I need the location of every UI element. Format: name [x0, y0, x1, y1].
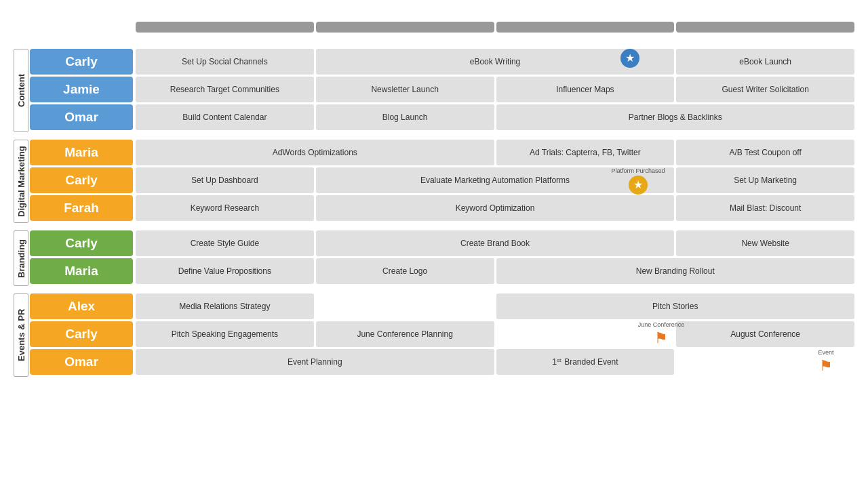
task-span-0-2-2: Partner Blogs & Backlinks	[496, 104, 855, 130]
page: ContentCarlySet Up Social ChannelseBook …	[0, 0, 868, 488]
cell-1-1-0: Set Up Dashboard	[136, 167, 314, 193]
name-badge-3-2: Omar	[30, 349, 133, 375]
tasks-grid-1-1: Set Up DashboardSet Up MarketingEvaluate…	[136, 167, 854, 193]
section-label-2: Branding	[14, 230, 28, 286]
cell-1-2-0: Keyword Research	[136, 195, 314, 221]
name-badge-0-1: Jamie	[30, 77, 133, 102]
person-row-3-0: AlexMedia Relations StrategyPitch Storie…	[30, 293, 854, 319]
milestone-3-1: June Conference⚑	[638, 321, 685, 347]
cell-0-0-0: Set Up Social Channels	[136, 49, 314, 75]
person-row-3-1: CarlyPitch Speaking EngagementsJune Conf…	[30, 321, 854, 347]
cell-3-2-2: 1ˢᵗ Branded Event	[496, 349, 675, 375]
task-span-2-0-1: Create Brand Book	[316, 230, 675, 256]
name-badge-2-1: Maria	[30, 258, 133, 284]
quarter-headers	[136, 22, 854, 33]
person-row-1-0: MariaAd Trials: Capterra, FB, TwitterA/B…	[30, 140, 854, 165]
person-row-2-0: CarlyCreate Style GuideNew WebsiteCreate…	[30, 230, 854, 256]
tasks-grid-0-0: Set Up Social ChannelseBook LauncheBook …	[136, 49, 854, 75]
cell-0-1-0: Research Target Communities	[136, 77, 314, 102]
tasks-grid-3-0: Media Relations StrategyPitch Stories	[136, 293, 854, 319]
section-label-3: Events & PR	[14, 293, 28, 377]
name-badge-3-0: Alex	[30, 293, 133, 319]
milestone-icon-3-1: ⚑	[654, 329, 668, 347]
name-badge-3-1: Carly	[30, 321, 133, 347]
cell-1-0-3: A/B Test Coupon off	[676, 140, 854, 165]
cell-3-1-0: Pitch Speaking Engagements	[136, 321, 314, 347]
task-span-3-0-1: Pitch Stories	[496, 293, 855, 319]
section-label-1: Digital Marketing	[14, 140, 28, 223]
cell-1-1-3: Set Up Marketing	[676, 167, 854, 193]
milestone2-label: Event	[818, 349, 834, 356]
section-0: ContentCarlySet Up Social ChannelseBook …	[14, 49, 854, 132]
person-row-1-1: CarlySet Up DashboardSet Up MarketingEva…	[30, 167, 854, 193]
tasks-grid-0-1: Research Target CommunitiesNewsletter La…	[136, 77, 854, 102]
cell-0-2-0: Build Content Calendar	[136, 104, 314, 130]
tasks-grid-1-2: Keyword ResearchMail Blast: DiscountKeyw…	[136, 195, 854, 221]
name-badge-0-0: Carly	[30, 49, 133, 75]
roadmap-container	[14, 22, 854, 52]
section-rows-1: MariaAd Trials: Capterra, FB, TwitterA/B…	[30, 140, 854, 223]
person-row-0-2: OmarBuild Content CalendarBlog LaunchPar…	[30, 104, 854, 130]
task-span-3-2-0: Event Planning	[136, 349, 494, 375]
milestone-label: June Conference	[638, 321, 685, 328]
milestone-icon-0-0: ★	[620, 49, 639, 68]
name-badge-0-2: Omar	[30, 104, 133, 130]
cell-0-1-3: Guest Writer Solicitation	[676, 77, 854, 102]
section-rows-3: AlexMedia Relations StrategyPitch Storie…	[30, 293, 854, 377]
section-2: BrandingCarlyCreate Style GuideNew Websi…	[14, 230, 854, 286]
section-rows-0: CarlySet Up Social ChannelseBook Launche…	[30, 49, 854, 132]
sections-container: ContentCarlySet Up Social ChannelseBook …	[14, 49, 854, 381]
cell-0-1-2: Influencer Maps	[496, 77, 675, 102]
cell-0-1-1: Newsletter Launch	[316, 77, 494, 102]
name-badge-2-0: Carly	[30, 230, 133, 256]
task-span-1-2-1: Keyword Optimization	[316, 195, 675, 221]
cell-3-1-1: June Conference Planning	[316, 321, 494, 347]
milestone-label: Platform Purchased	[611, 167, 665, 174]
person-row-1-2: FarahKeyword ResearchMail Blast: Discoun…	[30, 195, 854, 221]
tasks-grid-3-2: 1ˢᵗ Branded EventEvent PlanningEvent⚑	[136, 349, 854, 375]
task-span-1-0-0: AdWords Optimizations	[136, 140, 494, 165]
cell-0-0-3: eBook Launch	[676, 49, 854, 75]
quarter-q2	[676, 22, 854, 33]
name-badge-1-0: Maria	[30, 140, 133, 165]
name-badge-1-2: Farah	[30, 195, 133, 221]
cell-3-1-3: August Conference	[676, 321, 854, 347]
cell-0-2-1: Blog Launch	[316, 104, 494, 130]
person-row-2-1: MariaDefine Value PropositionsCreate Log…	[30, 258, 854, 284]
tasks-grid-2-1: Define Value PropositionsCreate LogoNew …	[136, 258, 854, 284]
grid-area	[136, 22, 854, 52]
section-1: Digital MarketingMariaAd Trials: Capterr…	[14, 140, 854, 223]
milestone-0-0: ★	[620, 49, 639, 68]
cell-2-1-1: Create Logo	[316, 258, 494, 284]
person-row-3-2: Omar1ˢᵗ Branded EventEvent PlanningEvent…	[30, 349, 854, 375]
name-badge-1-1: Carly	[30, 167, 133, 193]
person-row-0-0: CarlySet Up Social ChannelseBook Launche…	[30, 49, 854, 75]
milestone-icon-1-1: ★	[629, 176, 648, 195]
tasks-grid-3-1: Pitch Speaking EngagementsJune Conferenc…	[136, 321, 854, 347]
section-label-0: Content	[14, 49, 28, 132]
tasks-grid-1-0: Ad Trials: Capterra, FB, TwitterA/B Test…	[136, 140, 854, 165]
milestone2-3-2: Event⚑	[818, 349, 834, 375]
milestone2-icon-3-2: ⚑	[819, 357, 833, 375]
section-3: Events & PRAlexMedia Relations StrategyP…	[14, 293, 854, 377]
cell-2-1-0: Define Value Propositions	[136, 258, 314, 284]
quarter-q3	[136, 22, 314, 33]
section-rows-2: CarlyCreate Style GuideNew WebsiteCreate…	[30, 230, 854, 286]
milestone-1-1: Platform Purchased★	[611, 167, 665, 195]
quarter-q4	[316, 22, 494, 33]
cell-1-0-2: Ad Trials: Capterra, FB, Twitter	[496, 140, 675, 165]
cell-3-0-0: Media Relations Strategy	[136, 293, 314, 319]
cell-1-2-3: Mail Blast: Discount	[676, 195, 854, 221]
cell-3-0-1	[316, 293, 494, 319]
tasks-grid-0-2: Build Content CalendarBlog LaunchPartner…	[136, 104, 854, 130]
person-row-0-1: JamieResearch Target CommunitiesNewslett…	[30, 77, 854, 102]
cell-2-0-3: New Website	[676, 230, 854, 256]
task-span-2-1-2: New Branding Rollout	[496, 258, 855, 284]
tasks-grid-2-0: Create Style GuideNew WebsiteCreate Bran…	[136, 230, 854, 256]
cell-2-0-0: Create Style Guide	[136, 230, 314, 256]
quarter-q1	[496, 22, 675, 33]
